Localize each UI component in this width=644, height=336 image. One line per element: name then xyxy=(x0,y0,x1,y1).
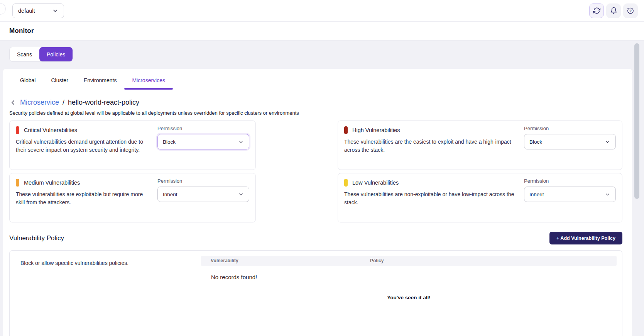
chevron-down-icon xyxy=(605,192,610,197)
chevron-down-icon xyxy=(52,8,58,14)
permission-value: Inherit xyxy=(529,192,544,197)
vertical-scrollbar-thumb[interactable] xyxy=(634,43,639,199)
chevron-down-icon xyxy=(238,139,244,145)
chevron-down-icon xyxy=(238,192,244,197)
permission-label: Permission xyxy=(524,126,616,131)
column-header-policy: Policy xyxy=(370,258,384,263)
card-description: These vulnerabilities are the easiest to… xyxy=(344,138,516,154)
chevron-left-icon[interactable] xyxy=(9,99,17,106)
refresh-icon xyxy=(593,7,600,14)
permission-label: Permission xyxy=(157,126,249,131)
card-description: These vulnerabilities are non-exploitabl… xyxy=(344,190,516,207)
help-button[interactable]: ? xyxy=(623,3,638,18)
low-severity-icon xyxy=(344,179,348,187)
card-title: Critical Vulnerabilities xyxy=(24,127,77,133)
empty-state-message: No records found! xyxy=(211,274,257,280)
permission-value: Inherit xyxy=(163,192,177,197)
column-header-vulnerability: Vulnerability xyxy=(211,258,238,263)
tab-cluster[interactable]: Cluster xyxy=(43,76,76,89)
card-description: Critical vulnerabilities demand urgent a… xyxy=(16,138,150,154)
refresh-button[interactable] xyxy=(589,3,604,18)
breadcrumb-back-link[interactable]: Microservice xyxy=(20,98,59,107)
card-title: Low Vulnerabilities xyxy=(352,180,399,186)
permission-select-medium[interactable]: Inherit xyxy=(157,187,249,202)
permission-select-low[interactable]: Inherit xyxy=(524,187,616,202)
permission-value: Block xyxy=(163,139,176,145)
permission-label: Permission xyxy=(524,178,616,184)
vulnerability-policy-card: Block or allow specific vulnerabilities … xyxy=(9,250,622,336)
svg-text:?: ? xyxy=(629,8,632,13)
policies-panel: Global Cluster Environments Microservice… xyxy=(3,69,632,336)
chevron-down-icon xyxy=(605,139,610,145)
breadcrumb-current: hello-world-react-policy xyxy=(68,98,139,107)
permission-select-critical[interactable]: Block xyxy=(157,134,249,149)
help-icon: ? xyxy=(627,7,634,15)
workspace-selected-value: default xyxy=(18,8,35,14)
bell-icon xyxy=(610,7,617,14)
critical-vulnerabilities-card: Critical Vulnerabilities Critical vulner… xyxy=(9,120,256,170)
view-toggle: Scans Policies xyxy=(9,47,73,62)
toggle-policies-button[interactable]: Policies xyxy=(39,47,73,61)
card-description: These vulnerabilities are exploitable bu… xyxy=(16,190,150,207)
add-vulnerability-policy-button[interactable]: + Add Vulnerability Policy xyxy=(549,232,622,244)
card-title: Medium Vulnerabilities xyxy=(24,180,80,186)
page-title: Monitor xyxy=(9,27,34,35)
vulnerability-policy-header-row: Vulnerability Policy + Add Vulnerability… xyxy=(9,232,622,244)
permission-value: Block xyxy=(529,139,542,145)
breadcrumb-separator: / xyxy=(63,98,64,107)
page-header: Monitor xyxy=(0,22,644,41)
high-vulnerabilities-card: High Vulnerabilities These vulnerabiliti… xyxy=(338,120,622,170)
sidebar-toggle-handle[interactable] xyxy=(0,3,6,15)
tab-microservices[interactable]: Microservices xyxy=(124,76,173,89)
low-vulnerabilities-card: Low Vulnerabilities These vulnerabilitie… xyxy=(338,173,622,222)
topbar: default ? xyxy=(0,0,644,22)
severity-cards: Critical Vulnerabilities Critical vulner… xyxy=(9,120,632,222)
notifications-button[interactable] xyxy=(606,3,621,18)
toggle-scans-button[interactable]: Scans xyxy=(10,47,39,61)
vulnerability-policy-heading: Vulnerability Policy xyxy=(9,234,64,242)
medium-vulnerabilities-card: Medium Vulnerabilities These vulnerabili… xyxy=(9,173,256,222)
breadcrumb: Microservice / hello-world-react-policy xyxy=(9,98,632,107)
scope-tabs: Global Cluster Environments Microservice… xyxy=(12,76,173,89)
critical-severity-icon xyxy=(16,126,19,134)
medium-severity-icon xyxy=(16,179,19,187)
vulnerability-policy-description: Block or allow specific vulnerabilities … xyxy=(20,260,128,266)
card-title: High Vulnerabilities xyxy=(352,127,400,133)
permission-label: Permission xyxy=(157,178,249,184)
vulnerability-table-header: Vulnerability Policy xyxy=(201,256,617,266)
tab-global[interactable]: Global xyxy=(12,76,43,89)
topbar-actions: ? xyxy=(589,3,638,18)
tab-environments[interactable]: Environments xyxy=(76,76,125,89)
policy-scope-description: Security policies defined at global leve… xyxy=(9,110,632,116)
permission-select-high[interactable]: Block xyxy=(524,134,616,149)
high-severity-icon xyxy=(344,126,348,134)
workspace-selector[interactable]: default xyxy=(12,3,64,18)
end-of-list-message: You've seen it all! xyxy=(201,295,617,300)
